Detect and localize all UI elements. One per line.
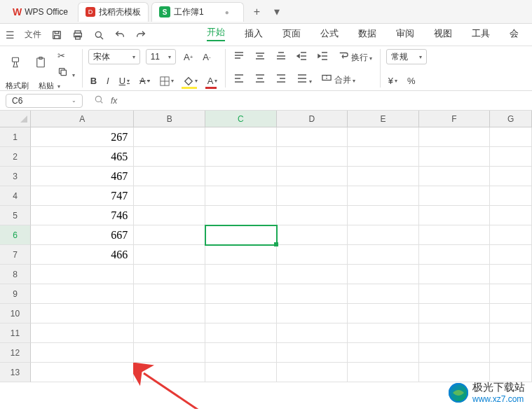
merge-button[interactable]: 合并▾ xyxy=(320,71,357,88)
cell-C12[interactable] xyxy=(205,343,277,363)
cell-A8[interactable] xyxy=(31,265,134,284)
cell-C11[interactable] xyxy=(205,323,277,343)
italic-button[interactable]: I xyxy=(104,74,111,88)
cell-A2[interactable]: 465 xyxy=(31,147,134,167)
cell-C3[interactable] xyxy=(205,167,277,186)
font-family-select[interactable]: 宋体 ▾ xyxy=(88,49,140,64)
bold-button[interactable]: B xyxy=(88,74,99,88)
cell-F12[interactable] xyxy=(419,343,491,363)
cell-B1[interactable] xyxy=(134,127,205,147)
cell-E3[interactable] xyxy=(348,167,419,186)
row-head-9[interactable]: 9 xyxy=(0,284,31,304)
cell-D4[interactable] xyxy=(277,186,348,206)
row-head-1[interactable]: 1 xyxy=(0,127,31,147)
cell-A1[interactable]: 267 xyxy=(31,127,134,147)
cell-D9[interactable] xyxy=(277,284,348,304)
cell-F7[interactable] xyxy=(419,245,491,265)
menu-start[interactable]: 开始 xyxy=(207,26,225,41)
cell-A12[interactable] xyxy=(31,343,134,363)
row-head-5[interactable]: 5 xyxy=(0,206,31,225)
row-head-6[interactable]: 6 xyxy=(0,225,31,245)
cell-B4[interactable] xyxy=(134,186,205,206)
cell-A3[interactable]: 467 xyxy=(31,167,134,186)
decrease-font-button[interactable]: A- xyxy=(200,50,212,64)
cell-F1[interactable] xyxy=(419,127,491,147)
menu-review[interactable]: 审阅 xyxy=(396,27,414,40)
align-right-button[interactable] xyxy=(273,72,289,87)
col-head-g[interactable]: G xyxy=(490,111,532,127)
copy-icon[interactable]: ▾ xyxy=(56,65,76,81)
row-head-12[interactable]: 12 xyxy=(0,343,31,363)
cell-B12[interactable] xyxy=(134,343,205,363)
cell-C6[interactable] xyxy=(205,225,277,245)
cell-B13[interactable] xyxy=(134,363,205,382)
cell-D10[interactable] xyxy=(277,304,348,323)
increase-font-button[interactable]: A+ xyxy=(182,50,195,64)
cell-G11[interactable] xyxy=(490,323,532,343)
cell-C2[interactable] xyxy=(205,147,277,167)
cell-E5[interactable] xyxy=(348,206,419,225)
cell-G13[interactable] xyxy=(490,363,532,382)
strikethrough-button[interactable]: A▾ xyxy=(137,74,152,88)
align-top-button[interactable] xyxy=(231,50,247,64)
font-color-button[interactable]: A▾ xyxy=(205,74,220,88)
cell-G1[interactable] xyxy=(490,127,532,147)
cell-G3[interactable] xyxy=(490,167,532,186)
cell-D8[interactable] xyxy=(277,265,348,284)
cell-F3[interactable] xyxy=(419,167,491,186)
col-head-e[interactable]: E xyxy=(348,111,419,127)
cell-B3[interactable] xyxy=(134,167,205,186)
cut-icon[interactable]: ✂ xyxy=(56,49,76,62)
cell-C5[interactable] xyxy=(205,206,277,225)
row-head-8[interactable]: 8 xyxy=(0,265,31,284)
app-tab-workbook[interactable]: S 工作簿1 ● xyxy=(151,2,244,22)
indent-decrease-button[interactable] xyxy=(294,50,310,64)
row-head-7[interactable]: 7 xyxy=(0,245,31,265)
number-format-select[interactable]: 常规 ▾ xyxy=(386,49,427,64)
cell-F6[interactable] xyxy=(419,225,491,245)
cell-E7[interactable] xyxy=(348,245,419,265)
cell-G8[interactable] xyxy=(490,265,532,284)
cell-D11[interactable] xyxy=(277,323,348,343)
tab-more-button[interactable]: ▾ xyxy=(267,5,287,18)
font-size-select[interactable]: 11 ▾ xyxy=(146,49,176,64)
cell-D7[interactable] xyxy=(277,245,348,265)
cell-D13[interactable] xyxy=(277,363,348,382)
cell-F4[interactable] xyxy=(419,186,491,206)
cell-E11[interactable] xyxy=(348,323,419,343)
add-tab-button[interactable]: + xyxy=(247,6,267,18)
menu-page[interactable]: 页面 xyxy=(282,27,301,40)
format-brush-button[interactable] xyxy=(6,55,25,75)
cell-G12[interactable] xyxy=(490,343,532,363)
cell-G6[interactable] xyxy=(490,225,532,245)
cell-E8[interactable] xyxy=(348,265,419,284)
justify-button[interactable]: ▾ xyxy=(294,72,314,87)
cell-E12[interactable] xyxy=(348,343,419,363)
cell-C4[interactable] xyxy=(205,186,277,206)
cell-A13[interactable] xyxy=(31,363,134,382)
name-box[interactable]: C6 ⌄ xyxy=(6,94,83,108)
cell-F9[interactable] xyxy=(419,284,491,304)
cell-E2[interactable] xyxy=(348,147,419,167)
cell-C7[interactable] xyxy=(205,245,277,265)
col-head-c[interactable]: C xyxy=(205,111,277,127)
menu-tools[interactable]: 工具 xyxy=(472,27,490,40)
cell-C10[interactable] xyxy=(205,304,277,323)
cell-B10[interactable] xyxy=(134,304,205,323)
indent-increase-button[interactable] xyxy=(315,50,331,64)
formula-bar[interactable]: fx xyxy=(88,95,532,106)
row-head-2[interactable]: 2 xyxy=(0,147,31,167)
cell-D1[interactable] xyxy=(277,127,348,147)
cell-C1[interactable] xyxy=(205,127,277,147)
cell-E9[interactable] xyxy=(348,284,419,304)
currency-button[interactable]: ¥▾ xyxy=(386,74,400,88)
cell-C9[interactable] xyxy=(205,284,277,304)
menu-formula[interactable]: 公式 xyxy=(320,27,339,40)
fx-label[interactable]: fx xyxy=(111,96,117,106)
cell-G7[interactable] xyxy=(490,245,532,265)
cell-A11[interactable] xyxy=(31,323,134,343)
cell-G2[interactable] xyxy=(490,147,532,167)
cell-B9[interactable] xyxy=(134,284,205,304)
row-head-11[interactable]: 11 xyxy=(0,323,31,343)
row-head-10[interactable]: 10 xyxy=(0,304,31,323)
